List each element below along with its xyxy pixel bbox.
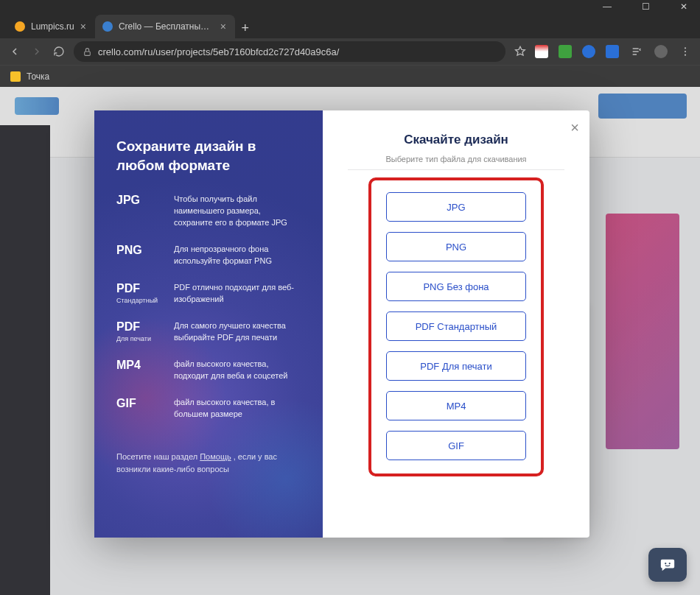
format-code: PDF xyxy=(116,320,162,334)
chrome-menu-button[interactable] xyxy=(678,44,693,59)
svg-point-5 xyxy=(669,563,671,564)
window-maximize-button[interactable]: ☐ xyxy=(635,1,656,12)
format-code: JPG xyxy=(116,194,162,207)
download-png-transparent-button[interactable]: PNG Без фона xyxy=(386,272,526,301)
nav-reload-button[interactable] xyxy=(52,44,66,59)
modal-right-heading: Скачайте дизайн xyxy=(348,133,564,147)
bookmark-bar: Точка xyxy=(0,65,700,87)
chat-icon xyxy=(658,557,677,573)
format-desc: файл высокого качества, подходит для веб… xyxy=(174,359,301,382)
tab-close-icon[interactable]: × xyxy=(220,21,226,32)
new-tab-button[interactable]: + xyxy=(235,18,256,38)
app-viewport: Сохраните дизайн в любом формате JPG Что… xyxy=(0,87,700,595)
extension-icon[interactable] xyxy=(559,45,572,58)
download-png-button[interactable]: PNG xyxy=(386,232,526,261)
url-input[interactable]: crello.com/ru/user/projects/5eb7160bfcd2… xyxy=(74,41,505,62)
modal-action-panel: × Скачайте дизайн Выберите тип файла для… xyxy=(323,110,589,538)
format-row-pdf-print: PDF Для печати Для самого лучшего качест… xyxy=(116,320,301,344)
bookmark-favicon xyxy=(10,71,21,82)
modal-right-sub: Выберите тип файла для скачивания xyxy=(348,155,564,170)
nav-forward-button xyxy=(29,44,44,59)
download-gif-button[interactable]: GIF xyxy=(386,431,526,460)
modal-info-panel: Сохраните дизайн в любом формате JPG Что… xyxy=(94,110,323,538)
window-close-button[interactable]: ✕ xyxy=(673,1,694,12)
format-desc: файл высокого качества, в большем размер… xyxy=(174,397,301,420)
format-row-mp4: MP4 файл высокого качества, подходит для… xyxy=(116,359,301,382)
tab-lumpics[interactable]: Lumpics.ru × xyxy=(7,15,95,38)
format-desc: Для самого лучшего качества выбирайте PD… xyxy=(174,320,301,344)
download-modal: Сохраните дизайн в любом формате JPG Что… xyxy=(94,110,589,538)
extension-icons xyxy=(535,44,693,59)
format-code: PNG xyxy=(116,244,162,257)
tab-title: Crello — Бесплатный инструмен xyxy=(119,21,214,32)
download-pdf-print-button[interactable]: PDF Для печати xyxy=(386,351,526,381)
profile-avatar[interactable] xyxy=(654,45,668,58)
format-row-gif: GIF файл высокого качества, в большем ра… xyxy=(116,397,301,420)
help-note: Посетите наш раздел Помощь , если у вас … xyxy=(116,451,301,475)
download-jpg-button[interactable]: JPG xyxy=(386,192,526,222)
format-code: PDF xyxy=(116,282,162,295)
svg-point-3 xyxy=(685,54,686,56)
svg-rect-0 xyxy=(85,51,91,54)
modal-left-heading: Сохраните дизайн в любом формате xyxy=(116,137,301,175)
tab-crello[interactable]: Crello — Бесплатный инструмен × xyxy=(95,15,235,38)
svg-point-1 xyxy=(685,47,686,49)
tab-close-icon[interactable]: × xyxy=(80,21,86,32)
download-options-highlight: JPG PNG PNG Без фона PDF Стандартный PDF… xyxy=(368,177,544,476)
format-desc: Для непрозрачного фона используйте форма… xyxy=(174,244,301,267)
nav-back-button[interactable] xyxy=(7,44,22,59)
format-row-jpg: JPG Чтобы получить файл наименьшего разм… xyxy=(116,194,301,229)
format-desc: PDF отлично подходит для веб-изображений xyxy=(174,282,301,306)
format-row-pdf-standard: PDF Стандартный PDF отлично подходит для… xyxy=(116,282,301,306)
window-minimize-button[interactable]: — xyxy=(597,1,617,12)
format-code: MP4 xyxy=(116,359,162,372)
lock-icon xyxy=(83,47,92,57)
format-desc: Чтобы получить файл наименьшего размера,… xyxy=(174,194,301,229)
svg-point-4 xyxy=(665,563,666,564)
url-text: crello.com/ru/user/projects/5eb7160bfcd2… xyxy=(98,46,339,57)
browser-chrome: — ☐ ✕ Lumpics.ru × Crello — Бесплатный и… xyxy=(0,0,700,87)
window-titlebar: — ☐ ✕ xyxy=(0,0,700,13)
chat-widget-button[interactable] xyxy=(648,548,687,582)
format-sub: Стандартный xyxy=(116,297,162,304)
download-mp4-button[interactable]: MP4 xyxy=(386,391,526,420)
format-description-list: JPG Чтобы получить файл наименьшего разм… xyxy=(116,194,301,420)
bookmark-star-icon[interactable] xyxy=(513,44,528,59)
tab-strip: Lumpics.ru × Crello — Бесплатный инструм… xyxy=(0,13,700,38)
address-bar: crello.com/ru/user/projects/5eb7160bfcd2… xyxy=(0,38,700,65)
tab-title: Lumpics.ru xyxy=(31,21,74,32)
format-row-png: PNG Для непрозрачного фона используйте ф… xyxy=(116,244,301,267)
format-sub: Для печати xyxy=(116,335,162,342)
download-pdf-standard-button[interactable]: PDF Стандартный xyxy=(386,311,526,341)
help-link[interactable]: Помощь xyxy=(200,452,231,461)
svg-point-2 xyxy=(685,51,686,52)
modal-close-button[interactable]: × xyxy=(570,119,579,136)
reading-list-icon[interactable] xyxy=(629,44,644,59)
format-code: GIF xyxy=(116,397,162,410)
bookmark-item[interactable]: Точка xyxy=(27,71,49,82)
tab-favicon xyxy=(102,21,113,32)
tab-favicon xyxy=(15,21,25,32)
extension-icon[interactable] xyxy=(535,45,548,58)
extension-icon[interactable] xyxy=(606,45,619,58)
extension-icon[interactable] xyxy=(582,45,595,58)
